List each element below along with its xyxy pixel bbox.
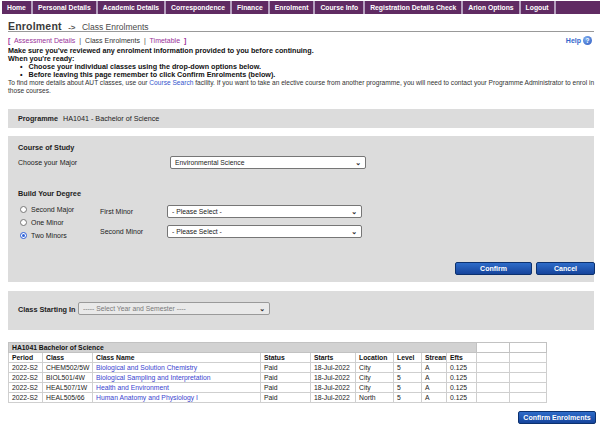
radio-one-minor[interactable]: One Minor	[20, 219, 64, 226]
help-area: Help ?	[566, 36, 592, 45]
cell-level: 5	[394, 393, 422, 403]
empty-cell	[510, 373, 547, 383]
nav-item-home[interactable]: Home	[2, 1, 33, 14]
empty-cell	[477, 383, 510, 393]
course-search-link[interactable]: Course Search	[149, 79, 193, 86]
nav-item-logout[interactable]: Logout	[521, 1, 556, 14]
empty-cell	[477, 353, 510, 363]
first-minor-select-value: - Please Select -	[172, 208, 222, 215]
cell-efts: 0.125	[447, 383, 477, 393]
class-starting-panel: Class Starting In ----- Select Year and …	[8, 291, 594, 330]
class-name-link[interactable]: Biological and Solution Chemistry	[96, 364, 197, 371]
radio-icon	[20, 232, 27, 239]
col-status: Status	[261, 353, 311, 363]
breadcrumb-separator: |	[144, 37, 146, 44]
cell-stream: A	[422, 383, 447, 393]
cell-level: 5	[394, 363, 422, 373]
top-navbar: Home Personal Details Academic Details C…	[2, 1, 600, 14]
table-row: 2022-S2 HEAL505/66 Human Anatomy and Phy…	[9, 393, 547, 403]
radio-two-minors[interactable]: Two Minors	[20, 232, 67, 239]
cell-period: 2022-S2	[9, 363, 43, 373]
breadcrumb-timetable[interactable]: Timetable	[150, 37, 180, 44]
table-header-row: Period Class Class Name Status Starts Lo…	[9, 353, 547, 363]
radio-label: One Minor	[31, 219, 64, 226]
note-text: To find more details about AUT classes, …	[8, 79, 596, 95]
nav-item-arion-options[interactable]: Arion Options	[463, 1, 520, 14]
nav-item-course-info[interactable]: Course Info	[315, 1, 365, 14]
nav-item-personal-details[interactable]: Personal Details	[33, 1, 98, 14]
cell-location: North	[356, 393, 394, 403]
empty-cell	[477, 393, 510, 403]
major-label: Choose your Major	[18, 159, 77, 166]
cancel-button[interactable]: Cancel	[536, 262, 595, 275]
empty-cell	[477, 363, 510, 373]
nav-item-finance[interactable]: Finance	[232, 1, 270, 14]
class-starting-select-value: ----- Select Year and Semester ----	[83, 305, 186, 312]
cell-location: City	[356, 363, 394, 373]
col-efts: Efts	[447, 353, 477, 363]
build-your-degree-title: Build Your Degree	[18, 189, 81, 198]
empty-cell	[510, 383, 547, 393]
col-starts: Starts	[311, 353, 356, 363]
course-of-study-panel: Course of Study Choose your Major Enviro…	[8, 136, 594, 282]
cell-starts: 18-Jul-2022	[311, 393, 356, 403]
nav-item-academic-details[interactable]: Academic Details	[98, 1, 166, 14]
help-link[interactable]: Help	[566, 37, 581, 44]
cell-class: CHEM502/5W	[43, 363, 93, 373]
second-minor-label: Second Minor	[100, 228, 143, 235]
empty-cell	[510, 353, 547, 363]
breadcrumb-assessment-details[interactable]: Assessment Details	[14, 37, 75, 44]
enrolments-table: HA1041 Bachelor of Science Period Class …	[8, 342, 547, 403]
cell-efts: 0.125	[447, 393, 477, 403]
breadcrumb-open-bracket: [	[8, 37, 10, 44]
class-name-link[interactable]: Biological Sampling and Interpretation	[96, 374, 211, 381]
col-class-name: Class Name	[93, 353, 261, 363]
page: Home Personal Details Academic Details C…	[0, 0, 602, 430]
class-name-link[interactable]: Health and Environment	[96, 384, 169, 391]
programme-value: HA1041 - Bachelor of Science	[63, 109, 159, 128]
nav-item-correspondence[interactable]: Correspondence	[166, 1, 232, 14]
major-select[interactable]: Environmental Science ⌄	[170, 156, 366, 169]
breadcrumb-row: [ Assessment Details | Class Enrolments …	[8, 36, 592, 45]
chevron-down-icon: ⌄	[355, 159, 361, 167]
breadcrumb-class-enrolments: Class Enrolments	[85, 37, 140, 44]
cell-stream: A	[422, 373, 447, 383]
confirm-enrolments-button[interactable]: Confirm Enrolments	[518, 411, 596, 424]
cell-status: Paid	[261, 393, 311, 403]
col-level: Level	[394, 353, 422, 363]
col-location: Location	[356, 353, 394, 363]
cell-stream: A	[422, 363, 447, 373]
cell-level: 5	[394, 373, 422, 383]
class-name-link[interactable]: Human Anatomy and Physiology I	[96, 394, 198, 401]
programme-label: Programme	[18, 109, 58, 128]
cell-starts: 18-Jul-2022	[311, 373, 356, 383]
cell-status: Paid	[261, 363, 311, 373]
radio-second-major[interactable]: Second Major	[20, 206, 74, 213]
first-minor-select[interactable]: - Please Select - ⌄	[167, 205, 362, 218]
cell-class: BIOL501/4W	[43, 373, 93, 383]
empty-cell	[510, 393, 547, 403]
help-question-icon[interactable]: ?	[583, 36, 592, 45]
chevron-down-icon: ⌄	[351, 228, 357, 236]
col-period: Period	[9, 353, 43, 363]
nav-filler	[556, 1, 600, 14]
first-minor-label: First Minor	[100, 208, 133, 215]
chevron-down-icon: ⌄	[259, 305, 265, 313]
empty-cell	[477, 343, 510, 353]
nav-item-registration-details-check[interactable]: Registration Details Check	[365, 1, 463, 14]
heading-divider	[8, 31, 594, 32]
nav-item-enrolment[interactable]: Enrolment	[270, 1, 316, 14]
class-starting-label: Class Starting In	[18, 305, 76, 314]
confirm-button[interactable]: Confirm	[455, 262, 532, 275]
second-minor-select[interactable]: - Please Select - ⌄	[167, 225, 362, 238]
cell-efts: 0.125	[447, 363, 477, 373]
radio-label: Two Minors	[31, 232, 67, 239]
major-select-value: Environmental Science	[175, 159, 245, 166]
intro-text: Make sure you've reviewed any enrolment …	[8, 47, 314, 79]
cell-location: City	[356, 373, 394, 383]
table-row: 2022-S2 CHEM502/5W Biological and Soluti…	[9, 363, 547, 373]
radio-icon	[20, 219, 27, 226]
class-starting-select[interactable]: ----- Select Year and Semester ---- ⌄	[78, 302, 270, 315]
cell-efts: 0.125	[447, 373, 477, 383]
col-stream: Stream	[422, 353, 447, 363]
